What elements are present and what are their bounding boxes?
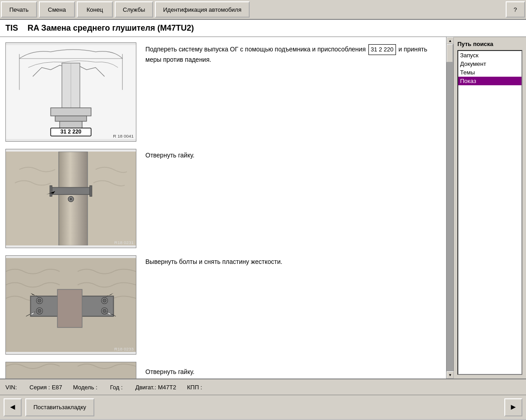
svg-text:31 2 220: 31 2 220: [61, 128, 82, 134]
svg-point-36: [103, 309, 107, 313]
services-button[interactable]: Службы: [115, 1, 153, 18]
sidebar-title: Путь поиска: [457, 41, 522, 47]
help-button[interactable]: ?: [506, 1, 525, 18]
toolbar: Печать Смена Конец Службы Идентификация …: [0, 0, 526, 20]
scroll-track[interactable]: [447, 44, 453, 371]
model-item: Модель :: [73, 384, 99, 391]
prev-button[interactable]: ◄: [4, 398, 22, 416]
svg-rect-18: [51, 187, 91, 194]
statusbar: VIN: Серия : E87 Модель : Год : Двигат.:…: [0, 378, 526, 395]
scroll-up-button[interactable]: ▲: [447, 37, 454, 44]
print-button[interactable]: Печать: [1, 1, 37, 18]
step-1-row: 31 2 220 R 18 0041 Подпереть систему вып…: [5, 42, 441, 142]
content-area[interactable]: 31 2 220 R 18 0041 Подпереть систему вып…: [0, 37, 447, 378]
step-2-text: Отвернуть гайку.: [145, 149, 441, 160]
step-1-image: 31 2 220 R 18 0041: [5, 42, 136, 142]
sidebar-item[interactable]: Запуск: [458, 51, 521, 60]
bookmark-line2: закладку: [62, 404, 86, 411]
bottombar: ◄ Поставить закладку ►: [0, 395, 526, 419]
toolbar-spacer: [251, 0, 505, 19]
step-2-row: R18 0231 Отвернуть гайку.: [5, 149, 441, 248]
next-button[interactable]: ►: [504, 398, 522, 416]
step-1-text: Подпереть систему выпуска ОГ с помощью п…: [145, 42, 441, 65]
engine-label: Двигат.:: [135, 384, 156, 391]
series-value: E87: [52, 384, 62, 391]
step-1-diagram: 31 2 220 R 18 0041: [6, 45, 136, 139]
year-label: Год :: [110, 384, 123, 391]
step-3-row: R18 0233 Вывернуть болты и снять пластин…: [5, 255, 441, 355]
series-label: Серия :: [29, 384, 50, 391]
step-3-image: R18 0233: [5, 255, 136, 355]
step-2-text-content: Отвернуть гайку.: [145, 152, 195, 159]
titlebar: TIS RA Замена среднего глушителя (M47TU2…: [0, 20, 526, 37]
year-item: Год :: [110, 384, 125, 391]
svg-text:R 18 0041: R 18 0041: [113, 133, 134, 138]
transmission-item: КПП :: [187, 384, 204, 391]
step-4-text: Отвернуть гайку.: [145, 362, 441, 377]
scroll-thumb[interactable]: [447, 44, 453, 62]
svg-rect-20: [90, 185, 92, 196]
step-3-text-content: Вывернуть болты и снять пластину жесткос…: [145, 258, 282, 265]
svg-point-32: [103, 299, 107, 302]
step-2-diagram: R18 0231: [6, 152, 136, 246]
step-3-diagram: R18 0233: [6, 258, 136, 352]
step-4-diagram: [6, 362, 136, 378]
step-1-tool-ref: 31 2 220: [368, 44, 396, 55]
bookmark-button[interactable]: Поставить закладку: [25, 398, 94, 416]
engine-item: Двигат.: M47T2: [135, 384, 177, 391]
svg-rect-7: [55, 116, 87, 121]
change-button[interactable]: Смена: [39, 1, 75, 18]
step-4-image: [5, 362, 136, 378]
engine-value: M47T2: [158, 384, 176, 391]
vin-item: VIN:: [5, 384, 19, 391]
svg-rect-6: [51, 108, 91, 116]
sidebar-list: ЗапускДокументТемыПоказ: [457, 50, 522, 375]
vin-label: VIN:: [5, 384, 17, 391]
scroll-down-button[interactable]: ▼: [447, 371, 454, 378]
step-3-text: Вывернуть болты и снять пластину жесткос…: [145, 255, 441, 267]
svg-rect-19: [50, 185, 52, 196]
main-area: 31 2 220 R 18 0041 Подпереть систему вып…: [0, 37, 526, 378]
series-item: Серия : E87: [29, 384, 62, 391]
tis-label: TIS: [5, 23, 18, 32]
svg-point-34: [38, 309, 42, 313]
sidebar: Путь поиска ЗапускДокументТемыПоказ: [454, 37, 526, 378]
step-2-image: R18 0231: [5, 149, 136, 248]
sidebar-item[interactable]: Документ: [458, 60, 521, 68]
svg-point-30: [38, 299, 42, 302]
end-button[interactable]: Конец: [77, 1, 113, 18]
content-scrollbar[interactable]: ▲ ▼: [447, 37, 454, 378]
model-label: Модель :: [73, 384, 98, 391]
step-4-text-content: Отвернуть гайку.: [145, 368, 195, 375]
svg-rect-37: [57, 289, 82, 327]
sidebar-item[interactable]: Показ: [458, 77, 521, 85]
page-title: RA Замена среднего глушителя (M47TU2): [28, 23, 194, 32]
svg-rect-43: [6, 362, 136, 378]
svg-text:R18 0233: R18 0233: [114, 346, 134, 351]
car-id-button[interactable]: Идентификация автомобиля: [155, 1, 249, 18]
transmission-label: КПП :: [187, 384, 202, 391]
step-4-row: Отвернуть гайку.: [5, 362, 441, 378]
bookmark-line1: Поставить: [33, 404, 62, 411]
step-1-text-before: Подпереть систему выпуска ОГ с помощью п…: [145, 46, 366, 53]
svg-text:R18 0231: R18 0231: [114, 240, 134, 245]
sidebar-item[interactable]: Темы: [458, 68, 521, 77]
